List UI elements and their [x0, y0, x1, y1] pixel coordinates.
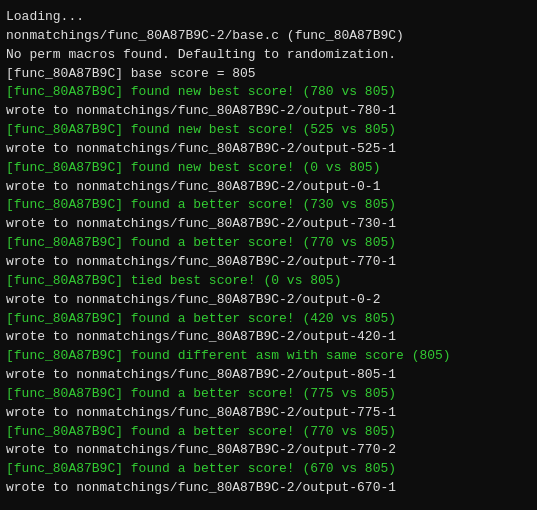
terminal-line-21: [func_80A87B9C] found a better score! (7…	[6, 385, 531, 404]
terminal-line-12: wrote to nonmatchings/func_80A87B9C-2/ou…	[6, 215, 531, 234]
terminal-line-16: wrote to nonmatchings/func_80A87B9C-2/ou…	[6, 291, 531, 310]
terminal-line-10: wrote to nonmatchings/func_80A87B9C-2/ou…	[6, 178, 531, 197]
terminal-line-7: [func_80A87B9C] found new best score! (5…	[6, 121, 531, 140]
terminal-line-14: wrote to nonmatchings/func_80A87B9C-2/ou…	[6, 253, 531, 272]
terminal-line-24: wrote to nonmatchings/func_80A87B9C-2/ou…	[6, 441, 531, 460]
terminal-line-26: wrote to nonmatchings/func_80A87B9C-2/ou…	[6, 479, 531, 498]
terminal-line-13: [func_80A87B9C] found a better score! (7…	[6, 234, 531, 253]
terminal-container: Loading...nonmatchings/func_80A87B9C-2/b…	[6, 8, 531, 498]
terminal-line-17: [func_80A87B9C] found a better score! (4…	[6, 310, 531, 329]
terminal-line-19: [func_80A87B9C] found different asm with…	[6, 347, 531, 366]
terminal-line-5: [func_80A87B9C] found new best score! (7…	[6, 83, 531, 102]
terminal-line-23: [func_80A87B9C] found a better score! (7…	[6, 423, 531, 442]
terminal-line-25: [func_80A87B9C] found a better score! (6…	[6, 460, 531, 479]
terminal-line-18: wrote to nonmatchings/func_80A87B9C-2/ou…	[6, 328, 531, 347]
terminal-line-15: [func_80A87B9C] tied best score! (0 vs 8…	[6, 272, 531, 291]
terminal-line-22: wrote to nonmatchings/func_80A87B9C-2/ou…	[6, 404, 531, 423]
terminal-line-0: Loading...	[6, 8, 531, 27]
terminal-line-11: [func_80A87B9C] found a better score! (7…	[6, 196, 531, 215]
terminal-line-9: [func_80A87B9C] found new best score! (0…	[6, 159, 531, 178]
terminal-line-4: [func_80A87B9C] base score = 805	[6, 65, 531, 84]
terminal-line-6: wrote to nonmatchings/func_80A87B9C-2/ou…	[6, 102, 531, 121]
terminal-line-20: wrote to nonmatchings/func_80A87B9C-2/ou…	[6, 366, 531, 385]
terminal-line-2: No perm macros found. Defaulting to rand…	[6, 46, 531, 65]
terminal-line-1: nonmatchings/func_80A87B9C-2/base.c (fun…	[6, 27, 531, 46]
terminal-line-8: wrote to nonmatchings/func_80A87B9C-2/ou…	[6, 140, 531, 159]
